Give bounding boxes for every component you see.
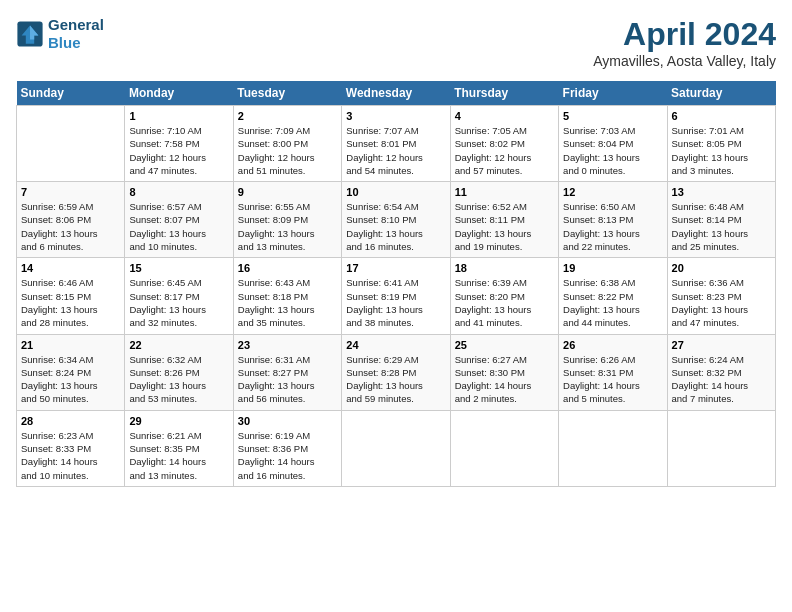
calendar-cell: 25Sunrise: 6:27 AM Sunset: 8:30 PM Dayli… xyxy=(450,334,558,410)
day-info: Sunrise: 6:46 AM Sunset: 8:15 PM Dayligh… xyxy=(21,276,120,329)
day-number: 23 xyxy=(238,339,337,351)
calendar-cell: 16Sunrise: 6:43 AM Sunset: 8:18 PM Dayli… xyxy=(233,258,341,334)
calendar-cell: 6Sunrise: 7:01 AM Sunset: 8:05 PM Daylig… xyxy=(667,106,775,182)
day-number: 4 xyxy=(455,110,554,122)
header-saturday: Saturday xyxy=(667,81,775,106)
calendar-cell: 8Sunrise: 6:57 AM Sunset: 8:07 PM Daylig… xyxy=(125,182,233,258)
calendar-cell: 29Sunrise: 6:21 AM Sunset: 8:35 PM Dayli… xyxy=(125,410,233,486)
calendar-cell: 12Sunrise: 6:50 AM Sunset: 8:13 PM Dayli… xyxy=(559,182,667,258)
day-info: Sunrise: 6:41 AM Sunset: 8:19 PM Dayligh… xyxy=(346,276,445,329)
day-info: Sunrise: 6:26 AM Sunset: 8:31 PM Dayligh… xyxy=(563,353,662,406)
calendar-cell: 21Sunrise: 6:34 AM Sunset: 8:24 PM Dayli… xyxy=(17,334,125,410)
calendar-cell: 4Sunrise: 7:05 AM Sunset: 8:02 PM Daylig… xyxy=(450,106,558,182)
calendar-cell: 5Sunrise: 7:03 AM Sunset: 8:04 PM Daylig… xyxy=(559,106,667,182)
day-number: 22 xyxy=(129,339,228,351)
logo-text: General Blue xyxy=(48,16,104,52)
day-info: Sunrise: 6:36 AM Sunset: 8:23 PM Dayligh… xyxy=(672,276,771,329)
calendar-cell: 20Sunrise: 6:36 AM Sunset: 8:23 PM Dayli… xyxy=(667,258,775,334)
day-number: 27 xyxy=(672,339,771,351)
calendar-cell: 9Sunrise: 6:55 AM Sunset: 8:09 PM Daylig… xyxy=(233,182,341,258)
day-number: 5 xyxy=(563,110,662,122)
subtitle: Aymavilles, Aosta Valley, Italy xyxy=(593,53,776,69)
calendar-cell: 30Sunrise: 6:19 AM Sunset: 8:36 PM Dayli… xyxy=(233,410,341,486)
calendar-cell: 28Sunrise: 6:23 AM Sunset: 8:33 PM Dayli… xyxy=(17,410,125,486)
calendar-table: SundayMondayTuesdayWednesdayThursdayFrid… xyxy=(16,81,776,487)
main-title: April 2024 xyxy=(593,16,776,53)
day-number: 18 xyxy=(455,262,554,274)
day-number: 14 xyxy=(21,262,120,274)
calendar-cell: 27Sunrise: 6:24 AM Sunset: 8:32 PM Dayli… xyxy=(667,334,775,410)
header-tuesday: Tuesday xyxy=(233,81,341,106)
title-block: April 2024 Aymavilles, Aosta Valley, Ita… xyxy=(593,16,776,69)
calendar-cell xyxy=(559,410,667,486)
day-info: Sunrise: 7:09 AM Sunset: 8:00 PM Dayligh… xyxy=(238,124,337,177)
logo-icon xyxy=(16,20,44,48)
day-number: 2 xyxy=(238,110,337,122)
day-number: 8 xyxy=(129,186,228,198)
day-info: Sunrise: 6:29 AM Sunset: 8:28 PM Dayligh… xyxy=(346,353,445,406)
header-sunday: Sunday xyxy=(17,81,125,106)
logo: General Blue xyxy=(16,16,104,52)
day-info: Sunrise: 6:43 AM Sunset: 8:18 PM Dayligh… xyxy=(238,276,337,329)
day-number: 26 xyxy=(563,339,662,351)
day-number: 1 xyxy=(129,110,228,122)
day-number: 24 xyxy=(346,339,445,351)
header-wednesday: Wednesday xyxy=(342,81,450,106)
calendar-cell: 19Sunrise: 6:38 AM Sunset: 8:22 PM Dayli… xyxy=(559,258,667,334)
calendar-cell: 26Sunrise: 6:26 AM Sunset: 8:31 PM Dayli… xyxy=(559,334,667,410)
day-number: 7 xyxy=(21,186,120,198)
calendar-cell: 24Sunrise: 6:29 AM Sunset: 8:28 PM Dayli… xyxy=(342,334,450,410)
day-info: Sunrise: 6:48 AM Sunset: 8:14 PM Dayligh… xyxy=(672,200,771,253)
day-info: Sunrise: 7:01 AM Sunset: 8:05 PM Dayligh… xyxy=(672,124,771,177)
day-number: 10 xyxy=(346,186,445,198)
calendar-cell xyxy=(667,410,775,486)
calendar-cell: 2Sunrise: 7:09 AM Sunset: 8:00 PM Daylig… xyxy=(233,106,341,182)
calendar-cell: 18Sunrise: 6:39 AM Sunset: 8:20 PM Dayli… xyxy=(450,258,558,334)
header-friday: Friday xyxy=(559,81,667,106)
day-number: 19 xyxy=(563,262,662,274)
calendar-cell: 13Sunrise: 6:48 AM Sunset: 8:14 PM Dayli… xyxy=(667,182,775,258)
day-info: Sunrise: 7:05 AM Sunset: 8:02 PM Dayligh… xyxy=(455,124,554,177)
day-info: Sunrise: 6:39 AM Sunset: 8:20 PM Dayligh… xyxy=(455,276,554,329)
header-thursday: Thursday xyxy=(450,81,558,106)
calendar-body: 1Sunrise: 7:10 AM Sunset: 7:58 PM Daylig… xyxy=(17,106,776,487)
calendar-cell: 14Sunrise: 6:46 AM Sunset: 8:15 PM Dayli… xyxy=(17,258,125,334)
calendar-cell: 11Sunrise: 6:52 AM Sunset: 8:11 PM Dayli… xyxy=(450,182,558,258)
day-number: 16 xyxy=(238,262,337,274)
day-number: 25 xyxy=(455,339,554,351)
day-info: Sunrise: 6:32 AM Sunset: 8:26 PM Dayligh… xyxy=(129,353,228,406)
day-number: 28 xyxy=(21,415,120,427)
day-info: Sunrise: 7:07 AM Sunset: 8:01 PM Dayligh… xyxy=(346,124,445,177)
day-info: Sunrise: 6:50 AM Sunset: 8:13 PM Dayligh… xyxy=(563,200,662,253)
day-number: 12 xyxy=(563,186,662,198)
calendar-cell: 22Sunrise: 6:32 AM Sunset: 8:26 PM Dayli… xyxy=(125,334,233,410)
day-number: 20 xyxy=(672,262,771,274)
day-info: Sunrise: 6:27 AM Sunset: 8:30 PM Dayligh… xyxy=(455,353,554,406)
day-info: Sunrise: 6:19 AM Sunset: 8:36 PM Dayligh… xyxy=(238,429,337,482)
day-number: 15 xyxy=(129,262,228,274)
day-info: Sunrise: 6:57 AM Sunset: 8:07 PM Dayligh… xyxy=(129,200,228,253)
day-number: 29 xyxy=(129,415,228,427)
calendar-cell: 23Sunrise: 6:31 AM Sunset: 8:27 PM Dayli… xyxy=(233,334,341,410)
day-number: 21 xyxy=(21,339,120,351)
day-info: Sunrise: 6:38 AM Sunset: 8:22 PM Dayligh… xyxy=(563,276,662,329)
day-info: Sunrise: 6:54 AM Sunset: 8:10 PM Dayligh… xyxy=(346,200,445,253)
day-info: Sunrise: 6:23 AM Sunset: 8:33 PM Dayligh… xyxy=(21,429,120,482)
calendar-cell: 10Sunrise: 6:54 AM Sunset: 8:10 PM Dayli… xyxy=(342,182,450,258)
page-header: General Blue April 2024 Aymavilles, Aost… xyxy=(16,16,776,69)
day-info: Sunrise: 6:24 AM Sunset: 8:32 PM Dayligh… xyxy=(672,353,771,406)
calendar-header: SundayMondayTuesdayWednesdayThursdayFrid… xyxy=(17,81,776,106)
day-info: Sunrise: 6:21 AM Sunset: 8:35 PM Dayligh… xyxy=(129,429,228,482)
calendar-cell xyxy=(342,410,450,486)
calendar-cell: 17Sunrise: 6:41 AM Sunset: 8:19 PM Dayli… xyxy=(342,258,450,334)
header-monday: Monday xyxy=(125,81,233,106)
calendar-cell: 3Sunrise: 7:07 AM Sunset: 8:01 PM Daylig… xyxy=(342,106,450,182)
day-number: 6 xyxy=(672,110,771,122)
day-info: Sunrise: 6:59 AM Sunset: 8:06 PM Dayligh… xyxy=(21,200,120,253)
day-info: Sunrise: 7:10 AM Sunset: 7:58 PM Dayligh… xyxy=(129,124,228,177)
day-number: 13 xyxy=(672,186,771,198)
calendar-cell: 15Sunrise: 6:45 AM Sunset: 8:17 PM Dayli… xyxy=(125,258,233,334)
calendar-cell xyxy=(17,106,125,182)
day-info: Sunrise: 6:31 AM Sunset: 8:27 PM Dayligh… xyxy=(238,353,337,406)
day-info: Sunrise: 6:52 AM Sunset: 8:11 PM Dayligh… xyxy=(455,200,554,253)
